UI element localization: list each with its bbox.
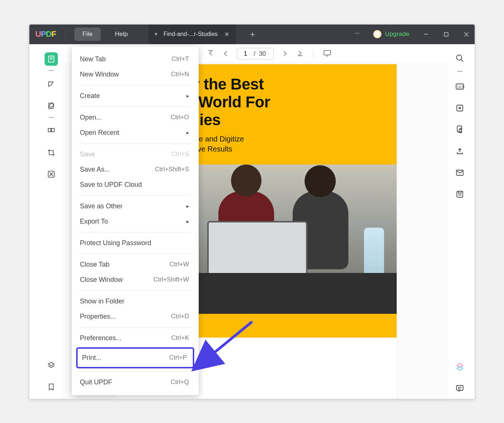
menu-close-tab[interactable]: Close TabCtrl+W <box>72 257 199 272</box>
edit-tool[interactable] <box>45 99 58 113</box>
menu-show-folder[interactable]: Show in Folder <box>72 294 199 309</box>
menu-create[interactable]: Create▸ <box>72 88 199 104</box>
share-icon[interactable] <box>455 146 465 156</box>
left-toolbox <box>40 46 63 399</box>
menu-new-window[interactable]: New WindowCtrl+N <box>72 67 199 82</box>
layers-tool[interactable] <box>45 359 58 372</box>
convert-icon[interactable] <box>455 103 465 113</box>
tabs-overflow-icon[interactable]: ﹀ <box>349 31 365 38</box>
svg-rect-17 <box>324 51 331 55</box>
page-current-input[interactable] <box>237 50 254 58</box>
ai-icon[interactable] <box>455 362 465 372</box>
prev-page-icon[interactable] <box>222 50 229 58</box>
menu-close-window[interactable]: Close WindowCtrl+Shift+W <box>72 272 199 287</box>
protect-icon[interactable] <box>455 124 465 135</box>
menu-export-to[interactable]: Export To▸ <box>72 214 199 229</box>
file-menu: New TabCtrl+T New WindowCtrl+N Create▸ O… <box>72 46 199 395</box>
menu-file[interactable]: File <box>74 27 101 41</box>
window-minimize[interactable] <box>417 25 435 44</box>
menu-save: SaveCtrl+S <box>72 147 199 162</box>
svg-rect-9 <box>52 128 54 131</box>
svg-text:OCR: OCR <box>457 85 464 89</box>
submenu-arrow-icon: ▸ <box>186 218 189 224</box>
divider <box>65 29 65 39</box>
last-page-icon[interactable] <box>297 50 303 58</box>
upgrade-label: Upgrade <box>385 30 409 38</box>
save-icon[interactable] <box>455 189 465 199</box>
tab-title: Find-and-...r-Studies <box>163 31 218 38</box>
window-close[interactable] <box>458 25 475 44</box>
crop-tool[interactable] <box>45 146 58 159</box>
submenu-arrow-icon: ▸ <box>186 93 189 99</box>
window-maximize[interactable] <box>438 25 455 44</box>
app-logo: UPDF <box>35 29 56 39</box>
titlebar: UPDF File Help ▼ Find-and-...r-Studies ✕… <box>29 25 475 44</box>
next-page-icon[interactable] <box>282 50 289 58</box>
submenu-arrow-icon: ▸ <box>186 203 189 209</box>
presentation-icon[interactable] <box>323 49 331 58</box>
menu-help[interactable]: Help <box>107 27 136 41</box>
ocr-icon[interactable]: OCR <box>455 81 465 92</box>
email-icon[interactable] <box>455 167 465 178</box>
page-total: / 30 <box>254 50 273 58</box>
separator <box>49 117 54 118</box>
right-toolbox: OCR <box>448 46 472 399</box>
svg-rect-1 <box>444 32 448 36</box>
tab-close-icon[interactable]: ✕ <box>223 29 231 39</box>
document-tab[interactable]: ▼ Find-and-...r-Studies ✕ <box>149 25 236 44</box>
submenu-arrow-icon: ▸ <box>186 130 189 136</box>
menu-properties[interactable]: Properties...Ctrl+D <box>72 309 199 324</box>
menu-print[interactable]: Print...Ctrl+P <box>76 347 194 368</box>
first-page-icon[interactable] <box>207 50 214 58</box>
redact-tool[interactable] <box>45 167 58 181</box>
svg-point-18 <box>456 55 462 60</box>
svg-rect-8 <box>48 128 51 131</box>
tab-dropdown-icon[interactable]: ▼ <box>154 32 158 37</box>
comment-tool[interactable] <box>45 78 58 91</box>
annotation-arrow <box>200 318 260 364</box>
avatar <box>373 30 381 38</box>
search-icon[interactable] <box>455 53 465 64</box>
bookmark-tool[interactable] <box>45 380 58 394</box>
separator <box>457 71 462 72</box>
separator <box>49 70 54 71</box>
menu-quit[interactable]: Quit UPDFCtrl+Q <box>72 375 199 390</box>
svg-line-19 <box>461 59 463 62</box>
reader-tool[interactable] <box>45 52 58 66</box>
svg-rect-26 <box>457 191 463 197</box>
menu-preferences[interactable]: Preferences...Ctrl+K <box>72 331 199 346</box>
organize-tool[interactable] <box>45 124 58 138</box>
new-tab-button[interactable]: ＋ <box>242 29 263 40</box>
menu-save-other[interactable]: Save as Other▸ <box>72 199 199 214</box>
upgrade-button[interactable]: Upgrade <box>368 30 414 38</box>
menu-open-recent[interactable]: Open Recent▸ <box>72 125 199 140</box>
menu-save-as[interactable]: Save As...Ctrl+Shift+S <box>72 162 199 177</box>
menu-protect[interactable]: Protect Using Password <box>72 235 199 251</box>
menu-new-tab[interactable]: New TabCtrl+T <box>72 52 199 67</box>
svg-rect-27 <box>456 385 463 390</box>
svg-line-30 <box>211 322 252 355</box>
menu-open[interactable]: Open...Ctrl+O <box>72 110 199 125</box>
page-number-box[interactable]: / 30 <box>237 48 274 60</box>
menu-save-cloud[interactable]: Save to UPDF Cloud <box>72 177 199 192</box>
chat-icon[interactable] <box>455 383 465 394</box>
